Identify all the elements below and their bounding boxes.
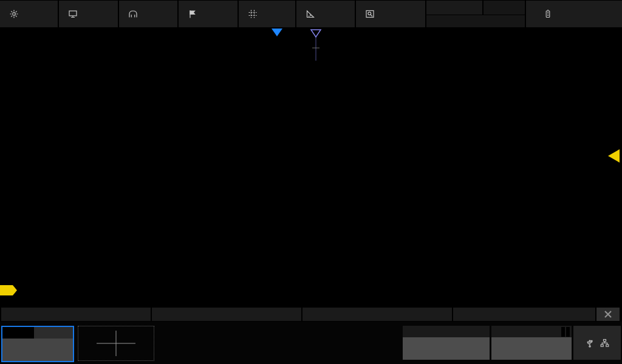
- channel1-name-chip: [2, 327, 34, 339]
- menu-bar: [0, 0, 622, 28]
- analysis-icon: [365, 9, 375, 19]
- trigger-source-chip: [561, 327, 565, 337]
- menu-display[interactable]: [59, 1, 118, 27]
- channel-list-icon: [543, 9, 553, 19]
- acquisition-status[interactable]: [484, 1, 525, 15]
- cursors-icon: [248, 9, 258, 19]
- menu-meas[interactable]: [296, 1, 355, 27]
- measurement-freq[interactable]: [152, 308, 301, 321]
- oscilloscope-screen: [0, 0, 622, 364]
- trigger-level-marker-icon[interactable]: [608, 149, 620, 163]
- status-group: [426, 1, 525, 27]
- close-icon: [604, 310, 612, 318]
- menu-trigger[interactable]: [179, 1, 238, 27]
- frequency-counter: [426, 15, 525, 27]
- channel-placeholder-slot[interactable]: [78, 326, 154, 361]
- display-icon: [68, 9, 78, 19]
- clock-panel: [573, 326, 621, 360]
- active-channel-indicator[interactable]: [526, 1, 622, 27]
- lan-icon: [600, 339, 609, 348]
- menu-acquire[interactable]: [119, 1, 177, 27]
- acquire-icon: [128, 9, 138, 19]
- brand-logo: [426, 1, 482, 15]
- measurement-bar: [0, 308, 622, 321]
- bottom-status-bar: [0, 322, 622, 364]
- trigger-position-outline-marker[interactable]: [311, 30, 321, 61]
- flag-icon: [188, 9, 197, 19]
- channel1-descriptor[interactable]: [1, 326, 74, 362]
- trigger-delay-marker-icon[interactable]: [272, 29, 282, 36]
- trigger-coupling-chip: [566, 327, 570, 337]
- menu-utility[interactable]: [0, 1, 58, 27]
- crosshair-icon: [78, 326, 154, 360]
- measurement-stdev[interactable]: [453, 308, 595, 321]
- close-measurements-button[interactable]: [596, 308, 620, 321]
- gear-icon: [9, 9, 19, 19]
- menu-cursors[interactable]: [239, 1, 295, 27]
- measurement-pkpk[interactable]: [1, 308, 151, 321]
- usb-icon: [586, 339, 594, 348]
- channel1-coupling: [34, 327, 73, 339]
- measure-triangle-icon: [306, 9, 315, 19]
- measurement-median[interactable]: [302, 308, 452, 321]
- timebase-descriptor[interactable]: [403, 326, 490, 360]
- menu-analysis[interactable]: [356, 1, 425, 27]
- trigger-descriptor[interactable]: [491, 326, 572, 360]
